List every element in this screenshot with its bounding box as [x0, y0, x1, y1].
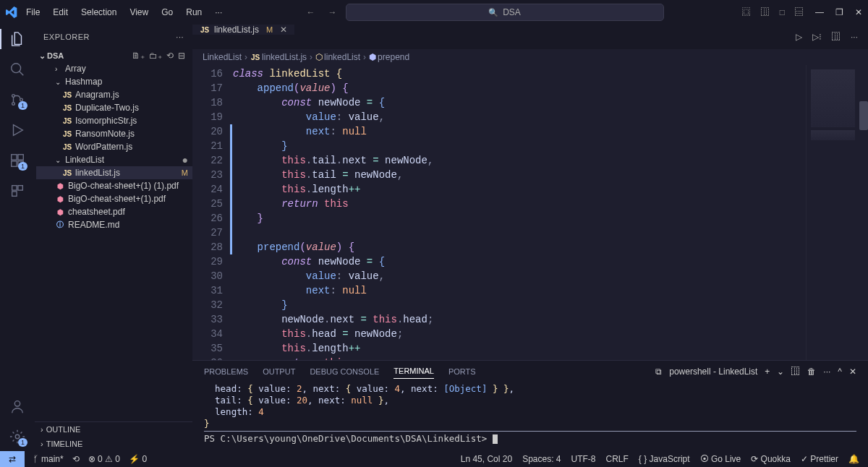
timeline-section[interactable]: ›TIMELINE [35, 437, 192, 451]
settings-gear-icon[interactable]: 1 [9, 428, 26, 445]
panel-tab-ports[interactable]: PORTS [448, 364, 476, 379]
cursor-position[interactable]: Ln 45, Col 20 [461, 454, 512, 464]
svg-rect-10 [12, 192, 17, 196]
layout-icon-2[interactable]: □ [780, 7, 785, 17]
file-bigo-cheat-sheet--1--pdf[interactable]: ⬢BigO-cheat-sheet+(1).pdf [36, 192, 192, 205]
menu-selection[interactable]: Selection [75, 4, 122, 20]
panel-tab-debug-console[interactable]: DEBUG CONSOLE [310, 364, 379, 379]
file-wordpattern-js[interactable]: JSWordPattern.js [36, 140, 192, 153]
breadcrumb-linkedlistjs[interactable]: JSlinkedList.js [250, 52, 307, 62]
outline-section[interactable]: ›OUTLINE [35, 422, 192, 437]
file-duplicate-two-js[interactable]: JSDuplicate-Two.js [36, 101, 192, 114]
panel-tab-terminal[interactable]: TERMINAL [393, 364, 434, 379]
ports-status[interactable]: ⚡ 0 [129, 454, 147, 464]
minimize-icon[interactable]: — [815, 7, 824, 17]
terminal-dropdown-icon[interactable]: ⌄ [777, 367, 784, 377]
eol[interactable]: CRLF [606, 454, 629, 464]
file-isomorphicstr-js[interactable]: JSIsomorphicStr.js [36, 114, 192, 127]
menu-view[interactable]: View [124, 4, 154, 20]
badge: 1 [18, 162, 27, 171]
extensions-icon[interactable]: 1 [9, 152, 26, 169]
folder-hashmap[interactable]: ⌄Hashmap [36, 75, 192, 88]
editor-more-icon[interactable]: ··· [851, 32, 858, 42]
minimap[interactable] [806, 65, 868, 360]
split-terminal-icon[interactable]: ⿲ [791, 367, 800, 377]
breadcrumb[interactable]: LinkedList›JSlinkedList.js›⬡linkedList›⬢… [192, 49, 868, 65]
debug-run-icon[interactable]: ▷⁝ [812, 32, 822, 42]
account-icon[interactable] [9, 398, 26, 415]
command-center-search[interactable]: 🔍 DSA [346, 4, 664, 21]
go-live[interactable]: ⦿ Go Live [700, 454, 741, 464]
problems-status[interactable]: ⊗ 0 ⚠ 0 [88, 454, 120, 464]
folder-array[interactable]: ›Array [36, 62, 192, 75]
terminal-name[interactable]: powershell - LinkedList [669, 367, 757, 377]
file-bigo-cheat-sheet--1---1--pdf[interactable]: ⬢BigO-cheat-sheet+(1) (1).pdf [36, 179, 192, 192]
refresh-icon[interactable]: ⟲ [166, 51, 174, 61]
breadcrumb-prepend[interactable]: ⬢prepend [369, 52, 409, 62]
search-icon[interactable] [9, 61, 26, 78]
new-terminal-icon[interactable]: + [765, 367, 770, 377]
collapse-icon[interactable]: ⊟ [178, 51, 185, 61]
close-panel-icon[interactable]: ✕ [849, 367, 856, 377]
new-file-icon[interactable]: 🗎₊ [132, 51, 145, 61]
tree-label: BigO-cheat-sheet+(1) (1).pdf [68, 181, 188, 191]
terminal-prompt[interactable]: PS C:\Users\young\OneDrive\Documents\DSA… [204, 433, 856, 445]
panel-tab-problems[interactable]: PROBLEMS [204, 364, 248, 379]
maximize-panel-icon[interactable]: ^ [838, 367, 842, 377]
minimap-thumb[interactable] [859, 101, 868, 130]
source-control-icon[interactable]: 1 [9, 91, 26, 108]
quokka[interactable]: ⟳ Quokka [751, 454, 791, 464]
menu-moremoremore[interactable]: ··· [209, 4, 228, 20]
close-tab-icon[interactable]: ✕ [280, 25, 287, 35]
encoding[interactable]: UTF-8 [571, 454, 596, 464]
tab-linkedlist-js[interactable]: JSlinkedList.js M✕ [192, 25, 295, 35]
nav-back-icon[interactable]: ← [307, 7, 315, 17]
code-editor[interactable]: class linkedList { append(value) { const… [233, 65, 806, 360]
layout-icon-1[interactable]: ⿲ [761, 7, 770, 17]
nav-forward-icon[interactable]: → [328, 7, 337, 17]
workspace-root[interactable]: ⌄ DSA [39, 51, 64, 61]
git-branch[interactable]: ᚶ main* [33, 454, 64, 464]
close-window-icon[interactable]: ✕ [855, 7, 862, 17]
file-linkedlist-js[interactable]: JSlinkedList.jsM [36, 166, 192, 179]
indentation[interactable]: Spaces: 4 [522, 454, 561, 464]
new-folder-icon[interactable]: 🗀₊ [149, 51, 162, 61]
folder-linkedlist[interactable]: ⌄LinkedList● [36, 153, 192, 166]
file-ransomnote-js[interactable]: JSRansomNote.js [36, 127, 192, 140]
files-icon[interactable] [9, 30, 26, 48]
run-debug-icon[interactable] [9, 121, 26, 139]
terminal-shell-icon[interactable]: ⧉ [655, 367, 662, 377]
layout-icon-3[interactable]: ⿳ [795, 7, 804, 17]
svg-point-2 [12, 103, 15, 106]
change-indicator [230, 124, 232, 254]
menu-file[interactable]: File [20, 4, 46, 20]
svg-point-11 [14, 401, 20, 406]
file-anagram-js[interactable]: JSAnagram.js [36, 88, 192, 101]
file-type-icon: JS [62, 104, 72, 112]
remote-button[interactable]: ⇄ [0, 451, 25, 467]
terminal-output[interactable]: head: { value: 2, next: { value: 4, next… [192, 382, 868, 451]
prettier[interactable]: ✓ Prettier [801, 454, 838, 464]
breadcrumb-linkedlist[interactable]: LinkedList [203, 52, 242, 62]
file-cheatsheet-pdf[interactable]: ⬢cheatsheet.pdf [36, 205, 192, 218]
layout-icon-0[interactable]: ⿴ [742, 7, 751, 17]
notifications-icon[interactable]: 🔔 [848, 454, 859, 464]
more-icon[interactable] [9, 182, 26, 200]
menu-run[interactable]: Run [180, 4, 208, 20]
git-sync[interactable]: ⟲ [72, 454, 80, 464]
menu-go[interactable]: Go [156, 4, 179, 20]
terminal-more-icon[interactable]: ··· [823, 367, 830, 377]
split-editor-icon[interactable]: ⿲ [832, 32, 841, 42]
file-type-icon: JS [62, 117, 72, 125]
maximize-icon[interactable]: ❐ [835, 7, 843, 17]
breadcrumb-linkedlist[interactable]: ⬡linkedList [315, 52, 360, 62]
file-readme-md[interactable]: ⓘREADME.md [36, 218, 192, 231]
run-icon[interactable]: ▷ [796, 32, 802, 42]
language-mode[interactable]: { } JavaScript [639, 454, 690, 464]
file-tree: ›Array⌄HashmapJSAnagram.jsJSDuplicate-Tw… [35, 62, 192, 231]
chevron-icon: › [55, 65, 62, 73]
panel-tab-output[interactable]: OUTPUT [263, 364, 295, 379]
menu-edit[interactable]: Edit [47, 4, 74, 20]
kill-terminal-icon[interactable]: 🗑 [807, 367, 816, 377]
explorer-more-icon[interactable]: ··· [176, 33, 184, 41]
